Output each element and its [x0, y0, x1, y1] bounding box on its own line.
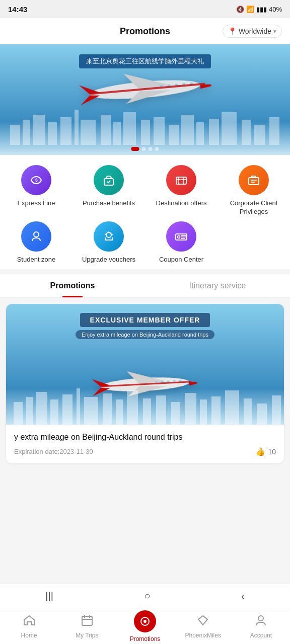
status-time: 14:43: [8, 5, 27, 14]
location-pin-icon: 📍: [228, 27, 237, 35]
svg-rect-34: [251, 180, 257, 181]
promo-card-1[interactable]: EXCLUSIVE MEMBER OFFER Enjoy extra milea…: [6, 304, 284, 463]
content-tabs: Promotions Itinerary service: [0, 274, 290, 298]
location-selector[interactable]: 📍 Worldwide ▾: [223, 25, 282, 38]
svg-point-76: [143, 620, 147, 623]
quick-item-destination-offers[interactable]: Destination offers: [145, 165, 218, 216]
exclusive-banner: EXCLUSIVE MEMBER OFFER: [80, 313, 210, 327]
hero-city: [0, 105, 290, 145]
svg-rect-24: [242, 120, 251, 145]
svg-rect-21: [196, 122, 204, 145]
student-zone-label: Student zone: [17, 256, 56, 264]
promo-card-image: EXCLUSIVE MEMBER OFFER Enjoy extra milea…: [6, 304, 284, 425]
quick-item-coupon-center[interactable]: Coupon Center: [145, 221, 218, 264]
svg-rect-53: [36, 392, 47, 425]
page-title: Promotions: [120, 26, 170, 37]
svg-rect-37: [33, 233, 35, 234]
svg-rect-68: [244, 398, 252, 425]
student-zone-icon: [21, 221, 51, 252]
upgrade-vouchers-icon: [94, 221, 124, 252]
nav-my-trips-label: My Trips: [76, 632, 98, 639]
account-icon: [254, 614, 267, 630]
nav-home-label: Home: [21, 632, 37, 639]
svg-rect-29: [176, 177, 186, 184]
bottom-navigation: Home My Trips Promotions PhoenixMiles Ac…: [0, 608, 290, 644]
svg-rect-57: [84, 397, 98, 425]
status-bar: 14:43 🔇 📶 ▮▮▮ 40%: [0, 0, 290, 18]
svg-rect-64: [185, 393, 196, 425]
nav-promotions[interactable]: Promotions: [116, 608, 174, 644]
nav-promotions-label: Promotions: [130, 635, 161, 642]
svg-rect-9: [33, 115, 45, 145]
calendar-icon: [81, 614, 94, 630]
coupon-center-icon: [166, 221, 196, 252]
svg-rect-54: [50, 399, 58, 425]
banner-dots: [131, 147, 159, 151]
express-line-label: Express Line: [17, 199, 55, 208]
card-city: [6, 384, 284, 425]
svg-rect-20: [181, 115, 194, 145]
quick-item-purchase-benefits[interactable]: Purchase benefits: [72, 165, 145, 216]
svg-rect-16: [123, 112, 136, 145]
destination-offers-label: Destination offers: [156, 199, 207, 208]
svg-rect-59: [116, 399, 123, 425]
promo-meta: Expiration date:2023-11-30 👍 10: [14, 447, 276, 456]
svg-point-40: [178, 235, 180, 238]
svg-rect-22: [209, 119, 219, 145]
nav-account[interactable]: Account: [232, 608, 290, 644]
svg-rect-52: [26, 397, 33, 425]
svg-rect-10: [48, 122, 57, 145]
svg-rect-15: [113, 122, 121, 145]
promotions-section: EXCLUSIVE MEMBER OFFER Enjoy extra milea…: [0, 298, 290, 469]
quick-item-corporate-client[interactable]: Corporate Client Privileges: [218, 165, 290, 216]
quick-item-student-zone[interactable]: Student zone: [0, 221, 72, 264]
status-icons: 🔇 📶 ▮▮▮ 40%: [236, 6, 282, 13]
battery-icon: 40%: [269, 6, 282, 13]
sys-home-btn[interactable]: ○: [144, 590, 150, 602]
home-icon: [23, 614, 36, 630]
mute-icon: 🔇: [236, 6, 244, 13]
tab-promotions[interactable]: Promotions: [0, 274, 145, 297]
nav-phoenix-miles-label: PhoenixMiles: [185, 632, 221, 639]
purchase-benefits-label: Purchase benefits: [83, 199, 135, 208]
svg-rect-66: [211, 396, 221, 425]
svg-rect-13: [81, 120, 96, 145]
promo-likes[interactable]: 👍 10: [255, 447, 276, 456]
svg-point-27: [35, 179, 37, 181]
corporate-client-icon: [239, 165, 269, 195]
svg-point-77: [258, 616, 263, 621]
svg-rect-33: [249, 178, 259, 185]
signal-icon: ▮▮▮: [256, 6, 267, 13]
quick-access-grid: Express Line Purchase benefits Destinati…: [0, 155, 290, 269]
dot-2: [142, 147, 146, 151]
svg-rect-26: [269, 117, 279, 145]
nav-home[interactable]: Home: [0, 608, 58, 644]
svg-rect-58: [103, 393, 112, 425]
destination-offers-icon: [166, 165, 196, 195]
svg-rect-71: [82, 616, 92, 625]
sys-back-btn[interactable]: ‹: [241, 590, 245, 602]
tab-itinerary[interactable]: Itinerary service: [145, 274, 290, 297]
svg-rect-17: [141, 120, 150, 145]
quick-item-upgrade-vouchers[interactable]: Upgrade vouchers: [72, 221, 145, 264]
dot-3: [149, 147, 153, 151]
enjoy-text: Enjoy extra mileage on Beijing-Auckland …: [76, 330, 214, 339]
wifi-icon: 📶: [246, 6, 254, 13]
promo-title: y extra mileage on Beijing-Auckland roun…: [14, 432, 276, 443]
nav-phoenix-miles[interactable]: PhoenixMiles: [174, 608, 232, 644]
app-header: Promotions 📍 Worldwide ▾: [0, 18, 290, 44]
quick-item-express-line[interactable]: Express Line: [0, 165, 72, 216]
svg-rect-63: [171, 402, 180, 425]
diamond-icon: [196, 614, 209, 630]
svg-rect-14: [101, 115, 111, 145]
nav-my-trips[interactable]: My Trips: [58, 608, 116, 644]
sys-menu-btn[interactable]: |||: [45, 590, 53, 602]
svg-rect-61: [143, 398, 151, 425]
svg-rect-7: [10, 125, 20, 145]
nav-account-label: Account: [250, 632, 272, 639]
chevron-down-icon: ▾: [273, 28, 276, 35]
svg-rect-62: [156, 395, 166, 425]
coupon-center-label: Coupon Center: [159, 256, 203, 264]
promo-expiry: Expiration date:2023-11-30: [14, 448, 93, 455]
svg-rect-25: [254, 125, 265, 145]
